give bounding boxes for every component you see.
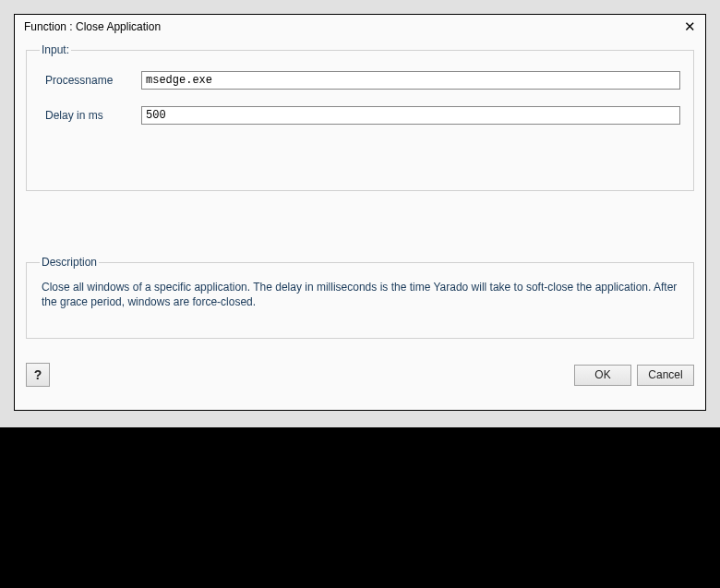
window-title: Function : Close Application bbox=[24, 20, 161, 33]
dialog-window: Function : Close Application ✕ Input: Pr… bbox=[14, 14, 706, 411]
input-group: Input: Processname Delay in ms bbox=[26, 43, 694, 191]
processname-row: Processname bbox=[40, 71, 680, 90]
input-legend: Input: bbox=[40, 43, 71, 56]
close-icon[interactable]: ✕ bbox=[681, 18, 698, 35]
ok-button[interactable]: OK bbox=[574, 365, 631, 386]
description-text: Close all windows of a specific applicat… bbox=[40, 278, 680, 311]
delay-label: Delay in ms bbox=[40, 109, 141, 122]
description-group: Description Close all windows of a speci… bbox=[26, 256, 694, 339]
button-row: ? OK Cancel bbox=[15, 361, 705, 387]
dialog-content: Input: Processname Delay in ms Descripti… bbox=[15, 38, 705, 361]
description-legend: Description bbox=[40, 256, 99, 269]
delay-row: Delay in ms bbox=[40, 106, 680, 125]
cancel-button[interactable]: Cancel bbox=[637, 365, 694, 386]
processname-input[interactable] bbox=[141, 71, 680, 90]
processname-label: Processname bbox=[40, 74, 141, 87]
titlebar: Function : Close Application ✕ bbox=[15, 15, 705, 38]
help-button[interactable]: ? bbox=[26, 363, 50, 387]
delay-input[interactable] bbox=[141, 106, 680, 125]
